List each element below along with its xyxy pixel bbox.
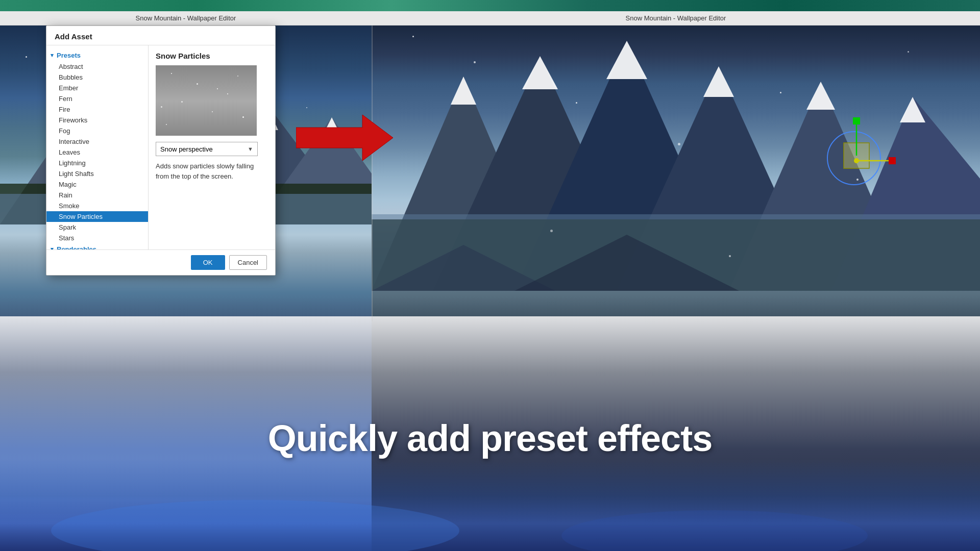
dialog-footer: OK Cancel <box>46 249 275 275</box>
renderables-label: Renderables <box>57 245 96 249</box>
bottom-glow <box>0 459 980 551</box>
tree-item-fire[interactable]: Fire <box>46 104 148 115</box>
renderables-collapse-icon: ▾ <box>51 246 54 249</box>
tree-panel[interactable]: ▾ Presets Abstract Bubbles Ember Fern Fi… <box>46 45 149 249</box>
ok-button[interactable]: OK <box>191 255 225 270</box>
svg-marker-19 <box>522 56 558 89</box>
svg-point-34 <box>854 158 859 163</box>
preview-image <box>156 65 257 136</box>
tree-item-rain[interactable]: Rain <box>46 190 148 201</box>
tree-item-bubbles[interactable]: Bubbles <box>46 72 148 83</box>
presets-collapse-icon: ▾ <box>51 52 54 59</box>
svg-rect-33 <box>889 157 896 164</box>
tree-item-lightning[interactable]: Lightning <box>46 158 148 168</box>
svg-point-36 <box>561 510 868 551</box>
tree-item-fireworks[interactable]: Fireworks <box>46 115 148 126</box>
dropdown-arrow-icon: ▼ <box>248 146 253 152</box>
tree-item-light-shafts[interactable]: Light Shafts <box>46 168 148 179</box>
top-decorative-bar <box>0 0 980 11</box>
app-title-right: Snow Mountain - Wallpaper Editor <box>626 14 726 22</box>
tree-item-abstract[interactable]: Abstract <box>46 61 148 72</box>
tree-item-fern[interactable]: Fern <box>46 93 148 104</box>
center-divider <box>372 26 373 321</box>
dialog-title: Add Asset <box>46 26 275 45</box>
tree-item-stars[interactable]: Stars <box>46 233 148 243</box>
variant-dropdown[interactable]: Snow perspective ▼ <box>156 142 258 156</box>
tree-item-ember[interactable]: Ember <box>46 83 148 93</box>
tree-item-snow-particles[interactable]: Snow Particles <box>46 211 148 222</box>
title-bar-left: Snow Mountain - Wallpaper Editor <box>0 11 372 26</box>
dropdown-value: Snow perspective <box>160 145 213 153</box>
svg-marker-18 <box>451 77 476 105</box>
presets-label: Presets <box>57 52 81 59</box>
dialog-body: ▾ Presets Abstract Bubbles Ember Fern Fi… <box>46 45 275 249</box>
title-bar-right: Snow Mountain - Wallpaper Editor <box>372 11 980 26</box>
preview-description: Adds snow particles slowly falling from … <box>156 161 258 181</box>
svg-marker-22 <box>806 82 835 110</box>
presets-section-header[interactable]: ▾ Presets <box>46 49 148 61</box>
renderables-section-header[interactable]: ▾ Renderables <box>46 243 148 249</box>
dropdown-row[interactable]: Snow perspective ▼ <box>156 142 268 156</box>
tree-item-interactive[interactable]: Interactive <box>46 136 148 147</box>
red-arrow <box>296 112 393 165</box>
svg-marker-20 <box>606 41 647 79</box>
main-headline: Quickly add preset effects <box>268 417 712 459</box>
preview-panel: Snow Particles Snow perspective <box>149 45 275 249</box>
tree-item-fog[interactable]: Fog <box>46 126 148 136</box>
tree-item-magic[interactable]: Magic <box>46 179 148 190</box>
cancel-button[interactable]: Cancel <box>229 255 267 270</box>
svg-point-35 <box>51 500 459 551</box>
svg-marker-37 <box>296 115 393 161</box>
tree-item-smoke[interactable]: Smoke <box>46 201 148 211</box>
tree-item-spark[interactable]: Spark <box>46 222 148 233</box>
tree-item-leaves[interactable]: Leaves <box>46 147 148 158</box>
add-asset-dialog: Add Asset ▾ Presets Abstract Bubbles Emb… <box>46 26 276 276</box>
svg-rect-31 <box>853 117 860 124</box>
preview-title: Snow Particles <box>156 52 268 60</box>
transform-gizmo <box>816 112 897 194</box>
app-title-left: Snow Mountain - Wallpaper Editor <box>136 14 236 22</box>
svg-marker-21 <box>703 66 734 97</box>
